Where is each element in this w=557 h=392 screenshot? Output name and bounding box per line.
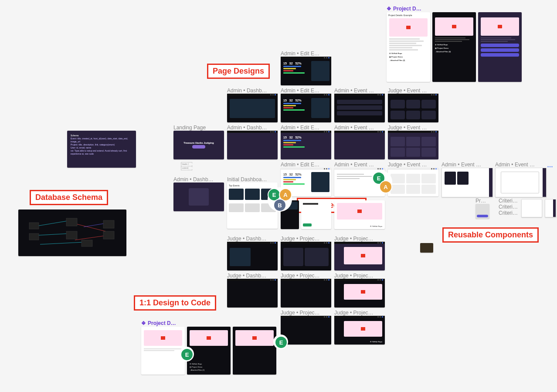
thumb-project-detail-purple[interactable] (478, 12, 522, 82)
annotation-page-designs: Page Designs (207, 64, 270, 79)
thumb-judge-project-4[interactable] (281, 316, 331, 345)
frame-label: Admin • Edit E… (281, 88, 329, 94)
thumb-judge-project-1[interactable] (281, 242, 331, 270)
frame-label: Criteri… (499, 204, 520, 210)
svg-rect-6 (29, 223, 39, 229)
thumb-admin-event-l3[interactable] (495, 168, 547, 197)
wireframe-text: ┌────────┐│ header │├────────┤│ content│… (180, 162, 211, 171)
annotation-database-schema: Database Schema (30, 190, 108, 205)
frame-label: Judge • Event … (388, 88, 436, 94)
thumb-pr-small[interactable] (475, 204, 489, 219)
frame-label: Judge • Event … (388, 162, 436, 168)
frame-label: Landing Page (173, 125, 221, 131)
frame-label: Admin • Event … (495, 162, 543, 168)
thumb-modal-1[interactable] (301, 200, 331, 229)
component-label-project-d-top: ❖Project D… (387, 6, 424, 12)
thumb-judge-event-p[interactable] (388, 131, 438, 159)
frame-label: Admin • Edit E… (281, 51, 329, 57)
frame-label: Admin • Dashb… (173, 176, 221, 182)
avatar-e-3: E (275, 336, 288, 349)
thumb-judge-event-1[interactable] (388, 94, 438, 122)
svg-rect-11 (103, 231, 114, 239)
frame-label: Judge • Dashb… (227, 273, 275, 279)
frame-label: Admin • Dashb… (227, 88, 275, 94)
thumb-icons-panel[interactable] (545, 199, 556, 217)
frame-label: Pr… (475, 198, 489, 204)
thumb-admin-dash-1[interactable] (227, 94, 278, 122)
frame-label: Judge • Projec… (334, 273, 382, 279)
svg-line-3 (75, 236, 105, 240)
svg-rect-10 (103, 220, 114, 228)
frame-label: Admin • Event … (442, 162, 489, 168)
frame-label: Judge • Event … (388, 125, 436, 131)
avatar-b: B (273, 199, 286, 212)
thumb-admin-event-1[interactable] (334, 94, 385, 122)
frame-label: Criteri… (499, 210, 520, 216)
thumb-admin-edit-2[interactable]: 153252% (281, 94, 331, 122)
thumb-judge-project-3[interactable] (334, 279, 385, 308)
thumb-project-detail-dark[interactable]: ⚙ GitHub Repo ▤ Project Demo ↓ Attached … (432, 12, 476, 82)
frame-label: Judge • Projec… (281, 310, 329, 316)
thumb-judge-dash-2[interactable] (227, 279, 278, 308)
thumb-judge-project-2[interactable] (281, 279, 331, 308)
thumb-project-detail-mid[interactable]: ⚙ GitHub Repo (334, 200, 385, 229)
thumb-project-d-b3[interactable] (233, 327, 276, 375)
landing-title: Treasure Hacks Judging (183, 142, 214, 144)
annotation-reusable-components: Reusable Components (442, 227, 539, 243)
thumb-project-d-b2[interactable]: ⚙ GitHub Repo ▤ Project Demo ↓ Attached … (187, 327, 231, 375)
thumb-schema-notes[interactable]: Schema Event: title, created_at, host_id… (67, 131, 136, 168)
frame-label: Admin • Event … (334, 125, 382, 131)
figma-canvas[interactable]: Database Schema Page Designs Team Feedba… (0, 0, 557, 392)
frame-label: Admin • Edit E… (281, 125, 329, 131)
overflow-ellipsis-icon[interactable]: … (547, 162, 553, 169)
thumb-admin-event-l2[interactable] (442, 168, 493, 197)
frame-label: Judge • Projec… (281, 236, 329, 242)
thumb-admin-edit-1[interactable]: 153252% (281, 57, 331, 85)
thumb-admin-event-p[interactable] (334, 131, 385, 159)
thumb-schema-diagram[interactable] (18, 210, 126, 256)
schema-text: Schema Event: title, created_at, host_id… (71, 134, 132, 155)
frame-label: Admin • Edit E… (281, 162, 329, 168)
thumb-admin-edit-p[interactable]: 153252% (281, 131, 331, 159)
avatar-a-2: A (379, 180, 392, 193)
svg-rect-7 (29, 233, 39, 240)
svg-rect-9 (66, 231, 77, 239)
frame-label: Judge • Projec… (281, 273, 329, 279)
thumb-project-d-b1[interactable] (141, 327, 185, 375)
frame-label: Admin • Dashb… (227, 125, 275, 131)
frame-label: Judge • Projec… (334, 236, 382, 242)
thumb-judge-project-p[interactable] (334, 242, 385, 270)
thumb-judge-project-5[interactable]: ⚙ GitHub Repo (334, 316, 385, 345)
thumb-judge-dash-1[interactable] (227, 242, 278, 270)
annotation-design-to-code: 1:1 Design to Code (134, 295, 216, 311)
thumb-landing[interactable]: Treasure Hacks Judging (173, 131, 224, 159)
thumb-admin-dash-p[interactable] (227, 131, 278, 159)
frame-label: Admin • Event … (334, 88, 382, 94)
avatar-e-4: E (180, 348, 194, 361)
thumb-photo[interactable] (420, 243, 433, 253)
thumb-project-detail-light[interactable]: Project Details: Example ⚙ GitHub Repo ▤… (387, 12, 430, 82)
thumb-admin-dash-login[interactable] (173, 182, 224, 211)
thumb-judge-event-l[interactable] (388, 168, 438, 196)
frame-label: Judge • Dashb… (227, 236, 275, 242)
svg-rect-12 (82, 240, 92, 247)
frame-label: Admin • Event … (334, 162, 382, 168)
frame-label: Judge • Projec… (334, 310, 382, 316)
component-label-project-d-bottom: ❖Project D… (141, 320, 178, 326)
svg-rect-8 (66, 218, 77, 226)
thumb-criteri[interactable] (521, 199, 542, 217)
frame-label: Criteri… (499, 198, 520, 204)
svg-line-4 (40, 242, 84, 244)
frame-label: Initial Dashboa… (227, 176, 275, 182)
